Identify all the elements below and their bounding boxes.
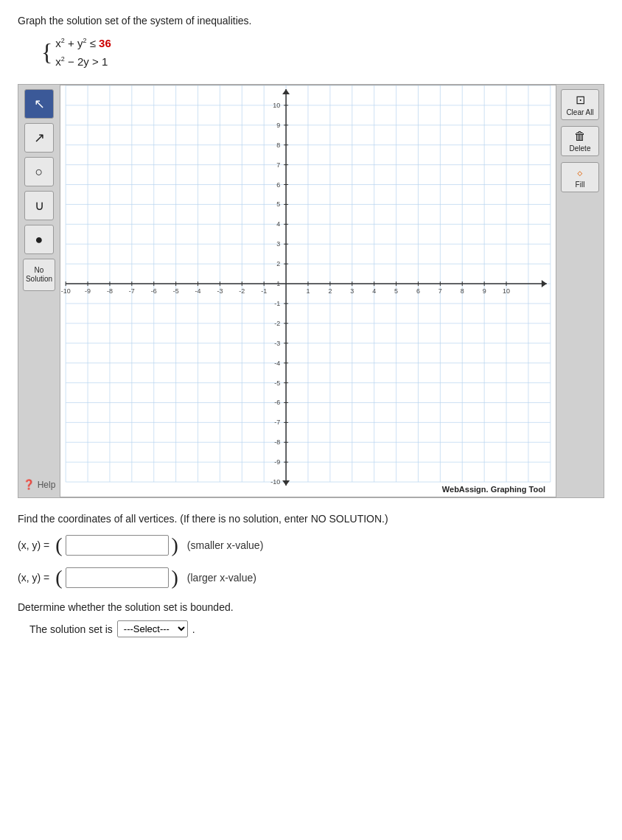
left-toolbar: ↖ ↗ ○ ∪ ● NoSolution ❓ Help [18,85,60,497]
svg-text:-2: -2 [274,320,280,327]
delete-icon: 🗑 [574,130,586,143]
svg-text:3: 3 [350,287,354,295]
pointer-tool[interactable]: ↖ [24,89,54,119]
problem-title: Graph the solution set of the system of … [18,15,604,27]
svg-text:-6: -6 [151,287,157,295]
svg-text:6: 6 [416,287,420,295]
below-graph-section: Find the coordinates of all vertices. (I… [18,513,604,637]
svg-text:9: 9 [483,287,486,295]
svg-text:1: 1 [276,280,280,287]
svg-text:-1: -1 [261,287,267,295]
pointer-icon: ↖ [34,96,45,112]
open-paren-1: ( [55,535,62,556]
svg-text:-8: -8 [107,287,113,295]
svg-text:4: 4 [276,221,280,228]
brace-symbol: { [41,32,52,72]
svg-text:8: 8 [461,287,464,295]
help-link[interactable]: ❓ Help [18,476,60,493]
webassign-brand: WebAssign. [442,485,489,494]
coord2-label: (x, y) = [18,572,49,584]
equation-1: x2 + y2 ≤ 36 [55,34,111,53]
svg-text:-8: -8 [274,439,280,447]
equations-container: { x2 + y2 ≤ 36 x2 − 2y > 1 [41,32,604,72]
select-row: The solution set is ---Select--- bounded… [18,620,604,637]
parabola-tool[interactable]: ∪ [24,191,54,220]
svg-text:-7: -7 [129,287,135,295]
delete-button[interactable]: 🗑 Delete [561,126,599,156]
bounded-select[interactable]: ---Select--- bounded unbounded [117,620,188,637]
point-icon: ● [35,232,43,248]
graph-area[interactable]: -10 -9 -8 -7 -6 -5 -4 -3 -2 -1 1 2 3 4 5… [60,85,556,497]
svg-text:10: 10 [503,287,510,295]
svg-text:2: 2 [328,287,332,295]
parabola-icon: ∪ [35,197,44,214]
period: . [192,623,195,635]
webassign-credit: WebAssign. Graphing Tool [442,483,550,495]
coord2-suffix: (larger x-value) [187,572,256,584]
coord-row-2: (x, y) = ( ) (larger x-value) [18,567,604,588]
svg-text:5: 5 [276,201,280,209]
line-tool[interactable]: ↗ [24,123,54,153]
svg-text:-4: -4 [195,287,201,295]
svg-text:7: 7 [438,287,442,295]
svg-text:9: 9 [276,122,280,129]
coord-row-1: (x, y) = ( ) (smaller x-value) [18,535,604,556]
fill-button[interactable]: ⬦ Fill [561,162,599,192]
circle-tool[interactable]: ○ [24,157,54,186]
fill-icon: ⬦ [576,166,584,179]
open-paren-2: ( [55,567,62,588]
svg-text:-7: -7 [274,419,280,427]
svg-text:8: 8 [276,141,280,149]
svg-text:-10: -10 [270,478,280,486]
svg-text:-6: -6 [274,399,280,407]
coord1-label: (x, y) = [18,539,49,551]
point-tool[interactable]: ● [24,225,54,254]
coord2-input[interactable] [66,567,169,588]
svg-text:3: 3 [276,241,280,248]
svg-text:2: 2 [276,261,280,268]
right-toolbar: ⊡ Clear All 🗑 Delete ⬦ Fill [556,85,604,497]
help-circle-icon: ❓ [23,479,35,490]
clear-all-label: Clear All [566,108,593,116]
clear-all-button[interactable]: ⊡ Clear All [561,89,599,120]
svg-text:-4: -4 [274,360,280,367]
svg-text:-9: -9 [274,459,280,466]
svg-text:4: 4 [372,287,376,295]
svg-text:1: 1 [307,287,310,295]
webassign-tool-label: Graphing Tool [491,485,545,494]
svg-text:-2: -2 [239,287,245,295]
close-paren-1: ) [172,535,178,556]
svg-text:-3: -3 [217,287,223,295]
determine-title: Determine whether the solution set is bo… [18,601,604,613]
equation-2: x2 − 2y > 1 [55,52,111,71]
svg-text:5: 5 [394,287,398,295]
svg-text:7: 7 [276,161,280,169]
svg-text:-10: -10 [61,287,71,295]
svg-text:6: 6 [276,181,280,189]
svg-text:10: 10 [273,102,280,109]
svg-text:-5: -5 [274,379,280,387]
svg-marker-49 [282,480,290,486]
svg-text:-1: -1 [274,300,280,307]
graphing-tool-area: ↖ ↗ ○ ∪ ● NoSolution ❓ Help [18,84,604,498]
graph-svg: -10 -9 -8 -7 -6 -5 -4 -3 -2 -1 1 2 3 4 5… [60,85,556,497]
fill-label: Fill [576,181,585,189]
delete-label: Delete [570,144,591,153]
clear-all-icon: ⊡ [576,93,585,107]
svg-text:-5: -5 [173,287,179,295]
svg-text:-3: -3 [274,340,280,347]
determine-section: Determine whether the solution set is bo… [18,601,604,637]
coord1-suffix: (smaller x-value) [187,539,263,551]
equation-1-highlight: 36 [99,37,111,49]
line-icon: ↗ [34,130,45,146]
svg-text:-9: -9 [85,287,91,295]
select-prefix: The solution set is [29,623,113,635]
coord1-input[interactable] [66,535,169,556]
circle-icon: ○ [35,164,43,180]
close-paren-2: ) [172,567,178,588]
no-solution-button[interactable]: NoSolution [23,259,55,291]
find-coords-title: Find the coordinates of all vertices. (I… [18,513,604,525]
help-label: Help [38,480,56,490]
no-solution-label: NoSolution [26,266,52,284]
